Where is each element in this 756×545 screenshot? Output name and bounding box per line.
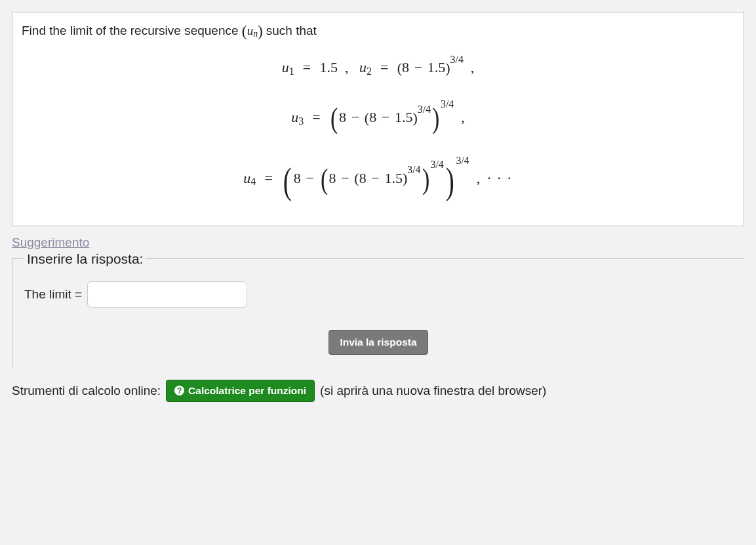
prompt-text-before: Find the limit of the recursive sequence <box>22 24 242 37</box>
prompt-text-after: such that <box>266 24 317 37</box>
open-paren: ( <box>242 22 247 39</box>
calculator-button-label: Calcolatrice per funzioni <box>188 385 306 397</box>
math-row-3: u4 = (8−(8−(8−1.5)3/4)3/4)3/4 , · · · <box>22 155 734 199</box>
answer-label: The limit = <box>24 287 82 302</box>
tools-row: Strumenti di calcolo online: ? Calcolatr… <box>12 380 744 402</box>
close-paren: ) <box>258 22 263 39</box>
calculator-button[interactable]: ? Calcolatrice per funzioni <box>166 380 315 402</box>
answer-fieldset: Inserire la risposta: The limit = Invia … <box>12 251 744 368</box>
math-row-2: u3 = (8−(8−1.5)3/4)3/4 , <box>22 99 734 133</box>
answer-input[interactable] <box>87 281 247 308</box>
question-prompt: Find the limit of the recursive sequence… <box>22 20 734 41</box>
tools-prefix: Strumenti di calcolo online: <box>12 384 161 398</box>
hint-link[interactable]: Suggerimento <box>12 235 89 250</box>
tools-suffix: (si aprirà una nuova finestra del browse… <box>320 384 546 398</box>
submit-button[interactable]: Invia la risposta <box>328 330 428 355</box>
sequence-var: u <box>247 24 254 37</box>
answer-legend: Inserire la risposta: <box>24 251 146 267</box>
answer-row: The limit = <box>24 281 732 308</box>
math-row-1: u1 = 1.5 , u2 = (8−1.5)3/4 , <box>22 54 734 77</box>
dots: · · · <box>487 170 513 186</box>
math-block: u1 = 1.5 , u2 = (8−1.5)3/4 , u3 = (8−(8−… <box>22 54 734 199</box>
sequence-symbol: (un) <box>242 24 266 37</box>
page-root: Find the limit of the recursive sequence… <box>0 0 756 415</box>
help-icon: ? <box>174 386 184 395</box>
question-box: Find the limit of the recursive sequence… <box>12 12 744 226</box>
